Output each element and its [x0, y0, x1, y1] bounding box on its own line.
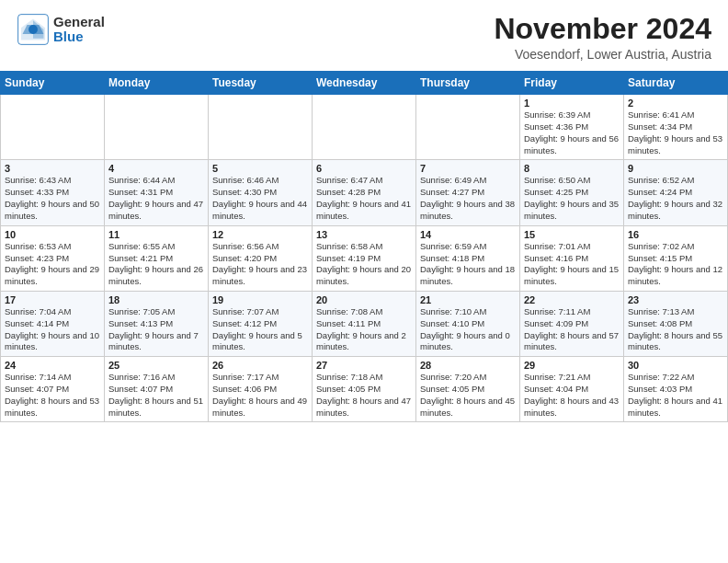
logo-general-text: General — [53, 15, 105, 30]
header-thursday: Thursday — [416, 72, 520, 95]
day-info: Sunrise: 7:14 AM Sunset: 4:07 PM Dayligh… — [5, 372, 100, 419]
table-row: 15Sunrise: 7:01 AM Sunset: 4:16 PM Dayli… — [520, 225, 624, 291]
day-number: 5 — [212, 163, 308, 174]
day-info: Sunrise: 7:16 AM Sunset: 4:07 PM Dayligh… — [108, 372, 204, 419]
svg-point-4 — [28, 25, 38, 34]
table-row: 13Sunrise: 6:58 AM Sunset: 4:19 PM Dayli… — [313, 225, 416, 291]
table-row: 8Sunrise: 6:50 AM Sunset: 4:25 PM Daylig… — [520, 160, 624, 225]
day-info: Sunrise: 7:10 AM Sunset: 4:10 PM Dayligh… — [420, 306, 516, 353]
logo: General Blue — [17, 13, 105, 46]
title-block: November 2024 Voesendorf, Lower Austria,… — [494, 13, 711, 62]
day-info: Sunrise: 7:20 AM Sunset: 4:05 PM Dayligh… — [420, 372, 516, 419]
table-row: 24Sunrise: 7:14 AM Sunset: 4:07 PM Dayli… — [1, 357, 105, 422]
day-number: 27 — [316, 360, 412, 371]
day-number: 21 — [420, 294, 516, 305]
page: General Blue November 2024 Voesendorf, L… — [0, 0, 728, 563]
day-number: 25 — [108, 360, 204, 371]
table-row: 14Sunrise: 6:59 AM Sunset: 4:18 PM Dayli… — [416, 225, 520, 291]
header-friday: Friday — [520, 72, 624, 95]
table-row: 7Sunrise: 6:49 AM Sunset: 4:27 PM Daylig… — [416, 160, 520, 225]
day-number: 10 — [5, 229, 100, 240]
weekday-header-row: Sunday Monday Tuesday Wednesday Thursday… — [1, 72, 728, 95]
header-wednesday: Wednesday — [313, 72, 416, 95]
day-number: 3 — [5, 163, 100, 174]
logo-blue-text: Blue — [53, 29, 105, 45]
table-row: 3Sunrise: 6:43 AM Sunset: 4:33 PM Daylig… — [1, 160, 105, 225]
day-number: 1 — [524, 98, 620, 109]
day-info: Sunrise: 7:04 AM Sunset: 4:14 PM Dayligh… — [5, 306, 100, 353]
header-sunday: Sunday — [1, 72, 105, 95]
table-row — [1, 95, 105, 160]
day-info: Sunrise: 6:56 AM Sunset: 4:20 PM Dayligh… — [212, 241, 308, 288]
day-number: 4 — [108, 163, 204, 174]
table-row: 27Sunrise: 7:18 AM Sunset: 4:05 PM Dayli… — [313, 357, 416, 422]
calendar-week-row: 10Sunrise: 6:53 AM Sunset: 4:23 PM Dayli… — [1, 225, 728, 291]
location-subtitle: Voesendorf, Lower Austria, Austria — [494, 47, 711, 62]
calendar-week-row: 3Sunrise: 6:43 AM Sunset: 4:33 PM Daylig… — [1, 160, 728, 225]
day-info: Sunrise: 7:17 AM Sunset: 4:06 PM Dayligh… — [212, 372, 308, 419]
logo-text: General Blue — [53, 15, 105, 45]
table-row: 28Sunrise: 7:20 AM Sunset: 4:05 PM Dayli… — [416, 357, 520, 422]
table-row: 18Sunrise: 7:05 AM Sunset: 4:13 PM Dayli… — [105, 291, 209, 356]
table-row: 16Sunrise: 7:02 AM Sunset: 4:15 PM Dayli… — [624, 225, 728, 291]
table-row: 9Sunrise: 6:52 AM Sunset: 4:24 PM Daylig… — [624, 160, 728, 225]
day-info: Sunrise: 7:02 AM Sunset: 4:15 PM Dayligh… — [628, 241, 723, 288]
day-number: 6 — [316, 163, 412, 174]
day-info: Sunrise: 7:11 AM Sunset: 4:09 PM Dayligh… — [524, 306, 620, 353]
table-row: 6Sunrise: 6:47 AM Sunset: 4:28 PM Daylig… — [313, 160, 416, 225]
logo-icon — [17, 13, 50, 46]
day-info: Sunrise: 6:47 AM Sunset: 4:28 PM Dayligh… — [316, 175, 412, 222]
day-number: 12 — [212, 229, 308, 240]
day-number: 23 — [628, 294, 723, 305]
day-number: 29 — [524, 360, 620, 371]
table-row: 2Sunrise: 6:41 AM Sunset: 4:34 PM Daylig… — [624, 95, 728, 160]
table-row: 1Sunrise: 6:39 AM Sunset: 4:36 PM Daylig… — [520, 95, 624, 160]
day-number: 2 — [628, 98, 723, 109]
day-info: Sunrise: 6:53 AM Sunset: 4:23 PM Dayligh… — [5, 241, 100, 288]
day-number: 9 — [628, 163, 723, 174]
table-row: 21Sunrise: 7:10 AM Sunset: 4:10 PM Dayli… — [416, 291, 520, 356]
day-number: 8 — [524, 163, 620, 174]
table-row: 26Sunrise: 7:17 AM Sunset: 4:06 PM Dayli… — [209, 357, 313, 422]
day-number: 14 — [420, 229, 516, 240]
day-number: 7 — [420, 163, 516, 174]
day-number: 24 — [5, 360, 100, 371]
day-number: 19 — [212, 294, 308, 305]
table-row: 23Sunrise: 7:13 AM Sunset: 4:08 PM Dayli… — [624, 291, 728, 356]
table-row — [209, 95, 313, 160]
calendar-week-row: 24Sunrise: 7:14 AM Sunset: 4:07 PM Dayli… — [1, 357, 728, 422]
calendar-table: Sunday Monday Tuesday Wednesday Thursday… — [0, 71, 728, 422]
day-number: 28 — [420, 360, 516, 371]
calendar-week-row: 17Sunrise: 7:04 AM Sunset: 4:14 PM Dayli… — [1, 291, 728, 356]
day-info: Sunrise: 7:01 AM Sunset: 4:16 PM Dayligh… — [524, 241, 620, 288]
table-row: 11Sunrise: 6:55 AM Sunset: 4:21 PM Dayli… — [105, 225, 209, 291]
day-info: Sunrise: 6:46 AM Sunset: 4:30 PM Dayligh… — [212, 175, 308, 222]
day-info: Sunrise: 6:58 AM Sunset: 4:19 PM Dayligh… — [316, 241, 412, 288]
day-number: 16 — [628, 229, 723, 240]
table-row — [313, 95, 416, 160]
table-row: 19Sunrise: 7:07 AM Sunset: 4:12 PM Dayli… — [209, 291, 313, 356]
table-row — [105, 95, 209, 160]
header-tuesday: Tuesday — [209, 72, 313, 95]
day-info: Sunrise: 7:13 AM Sunset: 4:08 PM Dayligh… — [628, 306, 723, 353]
header-saturday: Saturday — [624, 72, 728, 95]
table-row: 22Sunrise: 7:11 AM Sunset: 4:09 PM Dayli… — [520, 291, 624, 356]
calendar-week-row: 1Sunrise: 6:39 AM Sunset: 4:36 PM Daylig… — [1, 95, 728, 160]
day-info: Sunrise: 6:39 AM Sunset: 4:36 PM Dayligh… — [524, 109, 620, 156]
day-info: Sunrise: 6:43 AM Sunset: 4:33 PM Dayligh… — [5, 175, 100, 222]
table-row: 25Sunrise: 7:16 AM Sunset: 4:07 PM Dayli… — [105, 357, 209, 422]
day-number: 17 — [5, 294, 100, 305]
table-row: 4Sunrise: 6:44 AM Sunset: 4:31 PM Daylig… — [105, 160, 209, 225]
day-info: Sunrise: 6:55 AM Sunset: 4:21 PM Dayligh… — [108, 241, 204, 288]
day-info: Sunrise: 7:08 AM Sunset: 4:11 PM Dayligh… — [316, 306, 412, 353]
day-info: Sunrise: 7:22 AM Sunset: 4:03 PM Dayligh… — [628, 372, 723, 419]
day-info: Sunrise: 7:18 AM Sunset: 4:05 PM Dayligh… — [316, 372, 412, 419]
day-number: 30 — [628, 360, 723, 371]
table-row: 12Sunrise: 6:56 AM Sunset: 4:20 PM Dayli… — [209, 225, 313, 291]
day-info: Sunrise: 6:50 AM Sunset: 4:25 PM Dayligh… — [524, 175, 620, 222]
header-monday: Monday — [105, 72, 209, 95]
day-number: 15 — [524, 229, 620, 240]
table-row: 20Sunrise: 7:08 AM Sunset: 4:11 PM Dayli… — [313, 291, 416, 356]
table-row: 17Sunrise: 7:04 AM Sunset: 4:14 PM Dayli… — [1, 291, 105, 356]
day-info: Sunrise: 7:07 AM Sunset: 4:12 PM Dayligh… — [212, 306, 308, 353]
